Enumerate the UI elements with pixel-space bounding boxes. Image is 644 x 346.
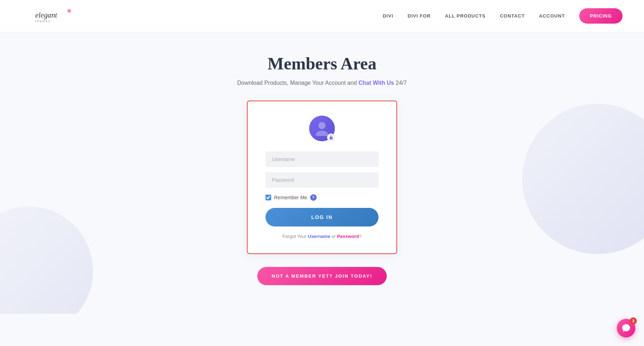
svg-text:✳: ✳ [67,7,72,14]
subtitle-text-after: 24/7 [394,80,407,86]
svg-point-4 [316,131,328,136]
user-avatar-icon [309,116,335,141]
subtitle: Download Products, Manage Your Account a… [237,80,407,86]
subtitle-text-before: Download Products, Manage Your Account a… [237,80,358,86]
logo[interactable]: elegant themes ✳ [21,5,79,27]
password-input[interactable] [265,172,379,188]
chat-with-us-link[interactable]: Chat With Us [358,80,394,86]
svg-text:themes: themes [35,19,50,23]
main-content: Members Area Download Products, Manage Y… [0,32,644,314]
svg-point-3 [318,122,326,129]
chat-badge: 3 [630,317,637,325]
nav-item-divi[interactable]: DIVI [383,13,393,19]
remember-me-label: Remember Me [274,195,307,200]
login-button[interactable]: LOG IN [265,208,379,226]
page-title: Members Area [268,54,376,73]
chat-widget[interactable]: 3 [617,319,635,337]
site-header: elegant themes ✳ DIVI DIVI FOR ALL PRODU… [0,0,644,32]
remember-me-checkbox[interactable] [265,195,271,200]
forgot-password-link[interactable]: Password [337,234,359,239]
svg-text:elegant: elegant [35,11,57,19]
remember-me-row: Remember Me ? [265,194,379,201]
forgot-prefix: Forgot Your [282,234,308,239]
nav-item-divi-for[interactable]: DIVI FOR [408,13,430,19]
nav-item-contact[interactable]: CONTACT [500,13,525,19]
forgot-text: Forgot Your Username or Password? [282,234,361,239]
decorative-circle-right [522,104,644,254]
svg-point-6 [331,138,331,138]
forgot-username-link[interactable]: Username [308,234,330,239]
forgot-or: or [330,234,337,239]
nav-item-account[interactable]: ACCOUNT [539,13,565,19]
username-input[interactable] [265,151,379,167]
join-today-button[interactable]: NOT A MEMBER YET? JOIN TODAY! [257,267,386,285]
forgot-suffix: ? [359,234,361,239]
pricing-button[interactable]: PRICING [579,8,623,24]
main-nav: DIVI DIVI FOR ALL PRODUCTS CONTACT ACCOU… [383,8,623,24]
nav-item-all-products[interactable]: ALL PRODUCTS [445,13,486,19]
chat-icon [621,323,631,333]
decorative-circle-left [0,206,93,314]
remember-help-icon[interactable]: ? [310,194,317,201]
lock-badge-icon [327,133,335,141]
login-card: Remember Me ? LOG IN Forgot Your Usernam… [247,101,397,254]
